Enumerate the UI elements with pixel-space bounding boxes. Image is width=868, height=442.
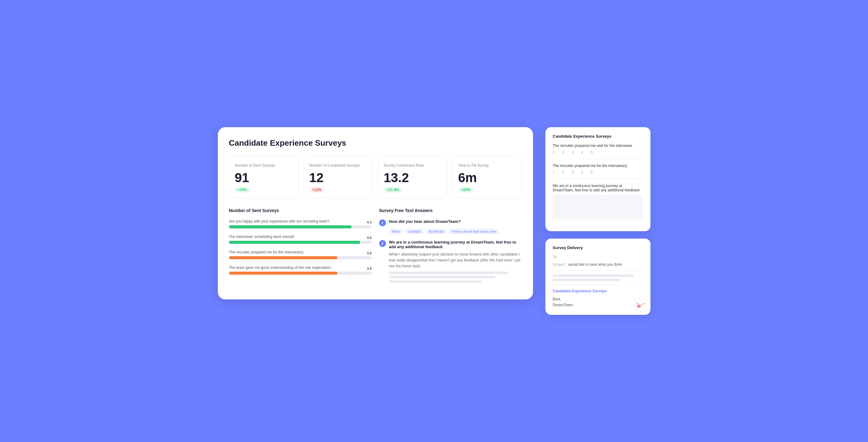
bar-label-2: The recruiter prepared me for the interv…	[229, 250, 372, 254]
fta-number-1: 2	[379, 240, 386, 247]
fta-lines-1	[379, 272, 522, 283]
metric-badge-completed: +12%	[309, 187, 324, 193]
bar-label-3: The team gave me good understanding of t…	[229, 266, 372, 270]
fta-line	[389, 280, 482, 283]
fta-tag: LinkedIn	[405, 229, 424, 234]
fta-header-1: 2 We are in a continuous learning journe…	[379, 240, 522, 249]
metrics-row: Number of Sent Surveys 91 +70% Number of…	[229, 157, 522, 198]
survey-q-text-2: We are in a continuous learning journey …	[553, 184, 643, 192]
svg-text:M: M	[637, 304, 640, 309]
bar-fill-1	[229, 241, 360, 244]
fta-item-0: 1 How did you hear about DreamTeam? Work…	[379, 219, 522, 234]
email-body-placeholder	[553, 274, 643, 281]
fta-tag: By friends	[426, 229, 447, 234]
right-panel: Candidate Experience Surveys The recruit…	[546, 127, 650, 315]
metric-card-time: Time to Fill Survey 6m +20%	[453, 157, 522, 198]
survey-card-title: Candidate Experience Surveys	[553, 134, 643, 139]
bottom-row: Number of Sent Surveys Are you happy wit…	[229, 208, 522, 288]
survey-q-text-1: The recruiter prepared me for the interv…	[553, 164, 643, 168]
email-line-1	[553, 274, 634, 277]
fta-tag: From a friend that works here	[449, 229, 499, 234]
rating-num: 1	[553, 150, 555, 155]
metric-card-sent: Number of Sent Surveys 91 +70%	[229, 157, 299, 198]
fta-number-0: 1	[379, 219, 386, 226]
page-wrapper: Candidate Experience Surveys Number of S…	[218, 127, 650, 315]
subject-value: would like to hear what you think	[568, 262, 622, 267]
bar-label-1: The interviews' scheduling went smooth	[229, 235, 372, 239]
email-subject-field: Subject: would like to hear what you thi…	[553, 262, 643, 267]
email-divider-2	[553, 285, 643, 285]
survey-question-0: The recruiter prepared me well for the i…	[553, 143, 643, 159]
fta-item-1: 2 We are in a continuous learning journe…	[379, 240, 522, 283]
bar-item-3: The team gave me good understanding of t…	[229, 266, 372, 275]
bar-track-2: 3.8	[229, 256, 372, 259]
metric-label-completed: Number of Completed Surveys	[309, 163, 367, 168]
email-to-field: To:	[553, 255, 643, 259]
bar-track-3: 3.8	[229, 272, 372, 275]
bar-track-1: 4.6	[229, 241, 372, 244]
fta-line	[389, 272, 508, 274]
rating-num: 4	[581, 150, 583, 155]
email-line-2	[553, 279, 620, 281]
bar-label-0: Are you happy with your experience with …	[229, 219, 372, 224]
free-text-title: Survey Free Text Answers	[379, 208, 522, 213]
main-title: Candidate Experience Surveys	[229, 138, 522, 148]
rating-num: 1	[553, 170, 555, 175]
email-divider	[553, 270, 643, 271]
rating-num: 3	[572, 150, 574, 155]
bar-fill-3	[229, 272, 337, 275]
bar-items: Are you happy with your experience with …	[229, 219, 372, 275]
free-text-section: Survey Free Text Answers 1 How did you h…	[379, 208, 522, 288]
metric-badge-conversion: +21.9%	[384, 187, 402, 193]
rating-num: 5	[590, 150, 593, 155]
rating-num: 3	[572, 170, 574, 175]
bar-score-1: 4.6	[367, 236, 371, 240]
fta-tag: Work	[389, 229, 403, 234]
survey-question-1: The recruiter prepared me for the interv…	[553, 164, 643, 179]
subject-label: Subject:	[553, 262, 566, 267]
bar-fill-2	[229, 256, 337, 259]
metric-value-sent: 91	[235, 171, 292, 184]
survey-divider	[553, 158, 643, 159]
bar-score-0: 4.3	[367, 220, 371, 224]
main-card: Candidate Experience Surveys Number of S…	[218, 127, 533, 299]
bar-score-2: 3.8	[367, 251, 371, 255]
rating-row-0: 12345	[553, 150, 643, 155]
fta-answer-1: While I absolutely respect your decision…	[379, 251, 522, 269]
bar-item-2: The recruiter prepared me for the interv…	[229, 250, 372, 259]
fta-line	[389, 276, 495, 278]
survey-textarea-2[interactable]	[553, 195, 643, 219]
rating-num: 2	[562, 150, 564, 155]
metric-badge-sent: +70%	[235, 187, 250, 193]
metric-label-time: Time to Fill Survey	[458, 163, 516, 168]
metric-label-conversion: Survey Conversion Rate	[384, 163, 441, 168]
delivery-link[interactable]: Candidate Experience Surveys	[553, 289, 643, 293]
survey-divider	[553, 178, 643, 179]
to-label: To:	[553, 255, 558, 259]
fta-items: 1 How did you hear about DreamTeam? Work…	[379, 219, 522, 283]
fta-header-0: 1 How did you hear about DreamTeam?	[379, 219, 522, 226]
rating-num: 4	[581, 170, 583, 175]
metric-value-conversion: 13.2	[384, 171, 441, 184]
gmail-icon: M	[635, 299, 646, 310]
delivery-card: Survey Delivery To: Subject: would like …	[546, 239, 650, 315]
metric-badge-time: +20%	[458, 187, 473, 193]
metric-value-time: 6m	[458, 171, 516, 184]
survey-questions-card: Candidate Experience Surveys The recruit…	[546, 127, 650, 231]
bar-score-3: 3.8	[367, 267, 371, 270]
sign-line2: DreamTeam	[553, 303, 573, 307]
bar-section-title: Number of Sent Surveys	[229, 208, 372, 213]
rating-row-1: 12345	[553, 170, 643, 175]
fta-tags-0: WorkLinkedInBy friendsFrom a friend that…	[379, 229, 522, 234]
fta-question-0: How did you hear about DreamTeam?	[389, 219, 461, 224]
bar-fill-0	[229, 225, 352, 229]
survey-q-text-0: The recruiter prepared me well for the i…	[553, 143, 643, 148]
survey-questions: The recruiter prepared me well for the i…	[553, 143, 643, 219]
fta-question-1: We are in a continuous learning journey …	[389, 240, 522, 249]
bar-item-1: The interviews' scheduling went smooth 4…	[229, 235, 372, 244]
delivery-card-title: Survey Delivery	[553, 245, 643, 250]
email-sign: Best, DreamTeam	[553, 296, 643, 308]
metric-value-completed: 12	[309, 171, 367, 184]
metric-card-conversion: Survey Conversion Rate 13.2 +21.9%	[378, 157, 447, 198]
metric-card-completed: Number of Completed Surveys 12 +12%	[304, 157, 373, 198]
